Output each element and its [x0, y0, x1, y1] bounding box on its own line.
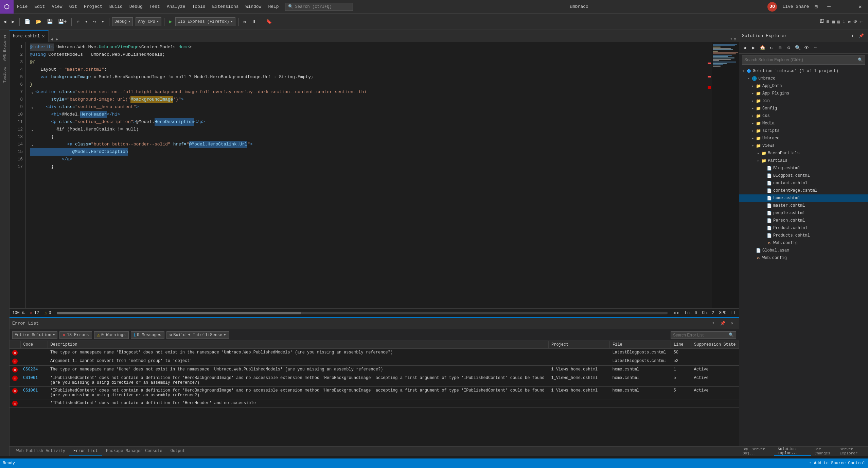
aws-explorer-tab[interactable]: AWS Explorer — [1, 31, 8, 64]
run-config-dropdown[interactable]: IIS Express (Firefox) ▾ — [175, 17, 235, 26]
tree-partials[interactable]: 📁 Partials — [739, 157, 868, 164]
menu-extensions[interactable]: Extensions — [209, 0, 242, 14]
se-search-box[interactable]: 🔍 — [742, 55, 865, 65]
scope-dropdown[interactable]: Entire Solution ▾ — [12, 331, 57, 339]
project-item[interactable]: 🌐 umbraco — [739, 75, 868, 82]
horizontal-scrollbar[interactable] — [57, 312, 668, 314]
tree-umbraco[interactable]: 📁 Umbraco — [739, 135, 868, 142]
warnings-filter-btn[interactable]: ⚠ 0 Warnings — [94, 331, 129, 339]
se-collapse-btn[interactable]: ⊟ — [776, 44, 784, 52]
menu-project[interactable]: Project — [81, 0, 106, 14]
arrow[interactable] — [750, 136, 756, 141]
tree-content-page-cshtml[interactable]: 📄 contentPage.cshtml — [739, 187, 868, 194]
open-button[interactable]: 📂 — [34, 17, 43, 26]
error-table[interactable]: Code Description Project File Line Suppr… — [10, 341, 739, 446]
toolbar-icon-6[interactable]: ⇌ — [848, 19, 851, 24]
error-panel-expand-btn[interactable]: ⬆ — [709, 319, 717, 328]
tree-products-cshtml[interactable]: 📄 Products.cshtml — [739, 232, 868, 239]
bookmark-button[interactable]: 🔖 — [264, 17, 274, 26]
error-row-1[interactable]: ✕ The type or namespace name 'Blogpost' … — [10, 349, 739, 357]
tree-home-cshtml[interactable]: 📄 home.cshtml — [739, 194, 868, 202]
tree-person-cshtml[interactable]: 📄 Person.cshtml — [739, 217, 868, 224]
minimize-button[interactable]: ─ — [821, 0, 837, 14]
error-search-box[interactable]: 🔍 — [671, 331, 736, 339]
menu-git[interactable]: Git — [66, 0, 81, 14]
git-changes-tab[interactable]: Git Changes — [811, 447, 836, 455]
se-search-input[interactable] — [744, 57, 856, 62]
arrow[interactable] — [756, 151, 761, 156]
se-filter-btn[interactable]: 🔍 — [794, 44, 802, 52]
toolbar-icon-3[interactable]: ▦ — [832, 19, 835, 24]
arrow[interactable] — [750, 83, 756, 89]
toolbar-icon-4[interactable]: ▤ — [837, 19, 840, 24]
redo-dropdown[interactable]: ▾ — [100, 17, 106, 26]
fold-icon-7[interactable]: ▾ — [30, 90, 35, 94]
se-view-btn[interactable]: 👁 — [802, 44, 811, 52]
menu-view[interactable]: View — [48, 0, 66, 14]
scroll-tabs-right[interactable]: ▶ — [54, 37, 59, 42]
fold-icon-14[interactable]: ▾ — [30, 142, 35, 147]
toolbar-icon-2[interactable]: ⊞ — [827, 19, 829, 24]
menu-file[interactable]: File — [14, 0, 31, 14]
menu-edit[interactable]: Edit — [31, 0, 48, 14]
error-list-tab[interactable]: Error List — [69, 447, 102, 456]
tab-close-button[interactable]: ✕ — [42, 33, 45, 39]
pause-button[interactable]: ⏸ — [249, 18, 258, 26]
scroll-tabs-left[interactable]: ◀ — [49, 37, 54, 42]
forward-button[interactable]: ▶ — [10, 17, 16, 26]
tree-contact-cshtml[interactable]: 📄 contact.cshtml — [739, 179, 868, 187]
error-code-5[interactable]: CS1061 — [23, 388, 38, 393]
undo-button[interactable]: ↩ — [74, 17, 81, 26]
menu-help[interactable]: Help — [265, 0, 282, 14]
se-expand-btn[interactable]: ⬆ — [848, 32, 856, 40]
server-explorer-tab[interactable]: Server Explorer — [836, 447, 868, 455]
tree-app-data[interactable]: 📁 App_Data — [739, 82, 868, 90]
error-row-2[interactable]: ✕ Argument 1: cannot convert from 'metho… — [10, 357, 739, 366]
error-code-3[interactable]: CS0234 — [23, 367, 38, 372]
tree-people-cshtml[interactable]: 📄 people.cshtml — [739, 209, 868, 217]
tree-bin[interactable]: 📁 bin — [739, 97, 868, 105]
se-properties-btn[interactable]: 🏠 — [758, 44, 766, 52]
arrow[interactable] — [750, 121, 756, 126]
solution-root-item[interactable]: 🔷 Solution 'umbraco' (1 of 1 project) — [739, 67, 868, 75]
error-search-input[interactable] — [673, 333, 727, 337]
editor-scrollbar[interactable] — [707, 42, 712, 308]
col-file-header[interactable]: File — [610, 341, 671, 349]
toolbar-icon-1[interactable]: 🖼 — [819, 19, 824, 24]
errors-filter-btn[interactable]: ✕ 18 Errors — [59, 331, 92, 339]
menu-analyze[interactable]: Analyze — [163, 0, 189, 14]
tree-macro-partials[interactable]: 📁 MacroPartials — [739, 150, 868, 157]
se-settings-btn[interactable]: ⚙ — [785, 44, 793, 52]
nav-arrows[interactable]: ◀ ▶ — [673, 310, 679, 315]
tree-blogpost-cshtml[interactable]: 📄 Blogpost.cshtml — [739, 172, 868, 179]
col-line-header[interactable]: Line — [671, 341, 691, 349]
refresh-button[interactable]: ↻ — [241, 17, 248, 26]
web-publish-tab[interactable]: Web Publish Activity — [12, 447, 69, 456]
layout-icon[interactable]: ⊞ — [814, 3, 818, 10]
warning-count-badge[interactable]: ⚠ 0 — [45, 310, 51, 316]
fold-icon-9[interactable]: ▾ — [30, 105, 35, 109]
arrow[interactable] — [750, 128, 756, 134]
menu-tools[interactable]: Tools — [189, 0, 209, 14]
platform-dropdown[interactable]: Any CPU ▾ — [136, 17, 161, 26]
editor-settings-button[interactable]: ⚙ — [734, 37, 736, 42]
toolbar-icon-7[interactable]: ⟱ — [853, 19, 857, 24]
output-tab[interactable]: Output — [166, 447, 189, 456]
project-expand-arrow[interactable] — [746, 76, 751, 81]
tree-config[interactable]: 📁 Config — [739, 105, 868, 112]
new-file-button[interactable]: 📄 — [22, 17, 32, 26]
menu-debug[interactable]: Debug — [126, 0, 146, 14]
se-pin-btn[interactable]: 📌 — [857, 32, 865, 40]
arrow[interactable] — [756, 158, 761, 163]
tree-views[interactable]: 📁 Views — [739, 142, 868, 150]
tree-root-web-config[interactable]: ⚙ Web.config — [739, 254, 868, 262]
debug-config-dropdown[interactable]: Debug ▾ — [112, 17, 133, 26]
home-cshtml-tab[interactable]: home.cshtml ✕ — [10, 30, 49, 42]
tree-scripts[interactable]: 📁 scripts — [739, 127, 868, 135]
fold-icon-12[interactable]: ▾ — [30, 127, 35, 132]
tree-css[interactable]: 📁 css — [739, 112, 868, 120]
col-type-header[interactable] — [10, 341, 20, 349]
col-suppression-header[interactable]: Suppression State — [691, 341, 739, 349]
run-button[interactable]: ▶ — [167, 17, 174, 26]
error-row-5[interactable]: ✕ CS1061 'IPublishedContent' does not co… — [10, 387, 739, 399]
